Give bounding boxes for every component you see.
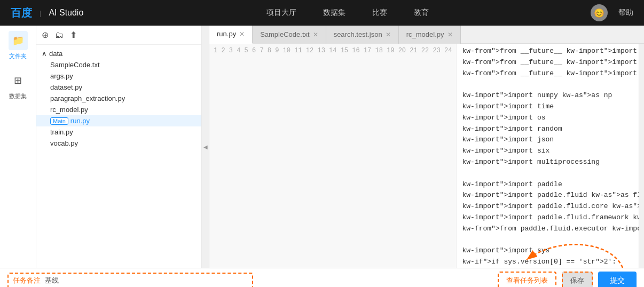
line-numbers: 1 2 3 4 5 6 7 8 9 10 11 12 13 14 15 16 1… <box>209 44 457 268</box>
ai-studio-label: AI Studio <box>49 8 83 18</box>
file-run[interactable]: Main run.py <box>36 115 201 126</box>
save-button[interactable]: 保存 <box>562 272 593 287</box>
nav-item-education[interactable]: 教育 <box>414 8 429 18</box>
panel-collapse-btn[interactable]: ◀ <box>202 26 209 268</box>
help-link[interactable]: 帮助 <box>618 8 633 18</box>
folder-data[interactable]: ∧ data <box>36 48 201 59</box>
nav-item-competition[interactable]: 比赛 <box>372 8 387 18</box>
tab-samplecode[interactable]: SampleCode.txt ✕ <box>253 26 326 44</box>
sidebar: 📁 文件夹 ⊞ 数据集 <box>0 26 36 268</box>
file-dataset[interactable]: dataset.py <box>36 82 201 93</box>
code-editor[interactable]: 1 2 3 4 5 6 7 8 9 10 11 12 13 14 15 16 1… <box>209 44 644 268</box>
logo: 百度 | AI Studio <box>11 6 83 20</box>
file-tree: ∧ data SampleCode.txt args.py dataset.py… <box>36 45 201 268</box>
tab-rc-model[interactable]: rc_model.py ✕ <box>399 26 461 44</box>
baidu-icon: 百度 <box>11 6 32 20</box>
main-layout: 📁 文件夹 ⊞ 数据集 ⊕ 🗂 ⬆ ∧ data SampleCode.txt … <box>0 26 644 268</box>
file-paragraph-extraction[interactable]: paragraph_extraction.py <box>36 93 201 104</box>
tab-search-test[interactable]: search.test.json ✕ <box>326 26 399 44</box>
collapse-arrow-icon: ◀ <box>203 144 208 150</box>
upload-button[interactable]: ⬆ <box>70 30 77 40</box>
task-note-input[interactable] <box>59 277 248 285</box>
submit-button[interactable]: 提交 <box>598 272 637 287</box>
tab-bar: run.py ✕ SampleCode.txt ✕ search.test.js… <box>209 26 644 44</box>
right-buttons: 查看任务列表 保存 提交 <box>498 272 637 287</box>
new-folder-button[interactable]: 🗂 <box>55 30 64 40</box>
editor-area: run.py ✕ SampleCode.txt ✕ search.test.js… <box>209 26 644 268</box>
file-panel: ⊕ 🗂 ⬆ ∧ data SampleCode.txt args.py data… <box>36 26 202 268</box>
file-train[interactable]: train.py <box>36 126 201 138</box>
file-samplecode[interactable]: SampleCode.txt <box>36 59 201 70</box>
main-badge: Main <box>50 117 68 125</box>
code-content[interactable]: kw-from">from __future__ kw-import">impo… <box>457 44 639 268</box>
file-args[interactable]: args.py <box>36 70 201 82</box>
nav-menu: 项目大厅 数据集 比赛 教育 <box>105 8 591 18</box>
nav-item-datasets[interactable]: 数据集 <box>323 8 345 18</box>
sidebar-dataset-label: 数据集 <box>9 92 27 100</box>
sidebar-dataset-icon[interactable]: ⊞ <box>9 71 28 90</box>
file-toolbar: ⊕ 🗂 ⬆ <box>36 26 201 45</box>
new-file-button[interactable]: ⊕ <box>42 30 49 40</box>
sidebar-files-label: 文件夹 <box>9 52 27 60</box>
file-rc-model[interactable]: rc_model.py <box>36 104 201 115</box>
vertical-scrollbar[interactable] <box>639 44 644 268</box>
task-list-button[interactable]: 查看任务列表 <box>498 272 556 287</box>
task-note-label: 任务备注 <box>13 276 41 285</box>
file-vocab[interactable]: vocab.py <box>36 138 201 149</box>
sidebar-files-icon[interactable]: 📁 <box>9 31 28 50</box>
top-navigation: 百度 | AI Studio 项目大厅 数据集 比赛 教育 😊 帮助 <box>0 0 644 26</box>
chevron-down-icon: ∧ <box>42 50 47 58</box>
baseline-label: 基线 <box>45 276 59 285</box>
task-note-input-wrapper: 任务备注 基线 <box>7 273 253 287</box>
tab-run-py[interactable]: run.py ✕ <box>209 26 253 44</box>
close-tab-run-py[interactable]: ✕ <box>239 30 245 38</box>
close-tab-search-test[interactable]: ✕ <box>386 31 391 38</box>
bottom-bar: 任务备注 基线 查看任务列表 保存 提交 <box>0 268 644 287</box>
nav-right-area: 😊 帮助 <box>591 4 633 21</box>
avatar[interactable]: 😊 <box>591 4 608 21</box>
close-tab-rc-model[interactable]: ✕ <box>447 31 453 38</box>
nav-item-projects[interactable]: 项目大厅 <box>266 8 296 18</box>
close-tab-samplecode[interactable]: ✕ <box>313 31 318 38</box>
bottom-section: 任务备注 基线 查看任务列表 保存 提交 <box>0 268 644 287</box>
